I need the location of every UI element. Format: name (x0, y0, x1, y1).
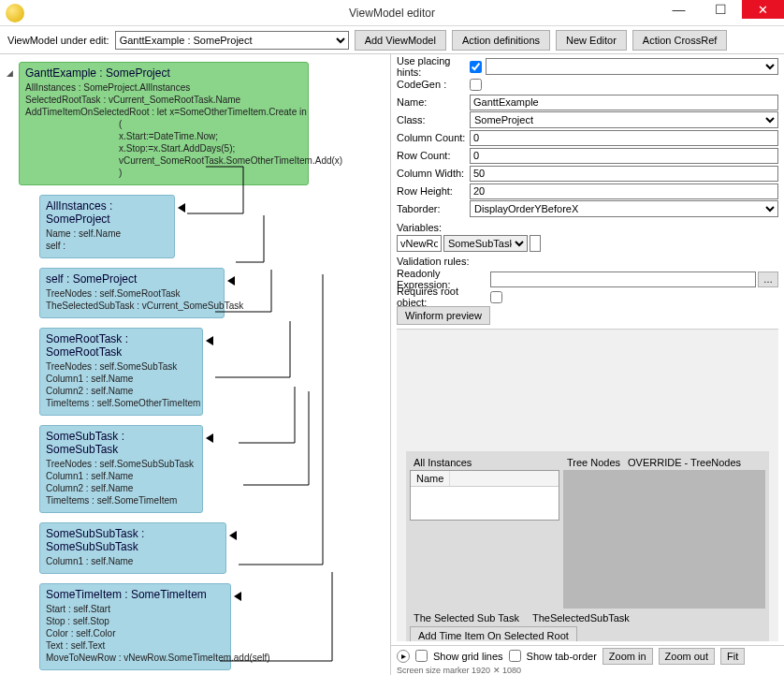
colwidth-input[interactable] (470, 166, 778, 182)
node-sometimeitem[interactable]: SomeTimeItem : SomeTimeItem Start : self… (39, 583, 231, 670)
show-taborder-checkbox[interactable] (509, 650, 521, 662)
screen-size-marker: Screen size marker 1920 ✕ 1080 (391, 666, 784, 675)
refresh-icon[interactable]: ▸ (397, 650, 410, 663)
requires-root-checkbox[interactable] (490, 291, 502, 303)
rowheight-input[interactable] (470, 183, 778, 199)
variable-add-slot[interactable] (530, 235, 541, 252)
node-allinstances[interactable]: AllInstances : SomeProject Name : self.N… (39, 195, 175, 258)
colcount-input[interactable] (470, 130, 778, 146)
variable-name-input[interactable] (397, 235, 442, 252)
node-title: GanttExample : SomeProject (25, 66, 302, 80)
allinstances-header: All Instances (410, 455, 559, 470)
name-input[interactable] (470, 95, 778, 110)
bottom-bar: ▸ Show grid lines Show tab-order Zoom in… (391, 645, 784, 666)
rowcount-input[interactable] (470, 148, 778, 164)
node-self[interactable]: self : SomeProject TreeNodes : self.Some… (39, 268, 225, 318)
fit-button[interactable]: Fit (720, 648, 745, 665)
allinstances-grid[interactable]: Name (410, 470, 559, 521)
add-time-root-button[interactable]: Add Time Item On Selected Root (410, 626, 577, 641)
variables-label: Variables: (391, 220, 784, 233)
arrow-icon (206, 433, 213, 443)
action-definitions-button[interactable]: Action definitions (452, 30, 550, 51)
app-icon (6, 4, 24, 22)
node-root[interactable]: ◢ GanttExample : SomeProject AllInstance… (19, 62, 309, 185)
treenodes-panel[interactable] (563, 470, 765, 609)
validation-label: Validation rules: (391, 254, 784, 267)
window-titlebar: ViewModel editor — ☐ ✕ (0, 0, 784, 26)
zoom-in-button[interactable]: Zoom in (603, 648, 653, 665)
add-viewmodel-button[interactable]: Add ViewModel (355, 30, 446, 51)
readonly-expression-input[interactable] (490, 271, 756, 287)
action-crossref-button[interactable]: Action CrossRef (632, 30, 727, 51)
placing-hints-label: Use placing hints: (397, 55, 470, 78)
arrow-icon (178, 203, 185, 213)
taborder-select[interactable]: DisplayOrderYBeforeX (470, 200, 778, 217)
viewmodel-select[interactable]: GanttExample : SomeProject (115, 31, 349, 50)
properties-pane: Use placing hints: CodeGen : Name: Class… (391, 54, 784, 675)
zoom-out-button[interactable]: Zoom out (659, 648, 715, 665)
variable-type-select[interactable]: SomeSubTask (443, 235, 528, 252)
expand-icon[interactable]: ◢ (7, 68, 13, 78)
codegen-checkbox[interactable] (470, 79, 482, 91)
show-grid-checkbox[interactable] (415, 650, 428, 662)
minimize-button[interactable]: — (658, 0, 700, 19)
treenodes-label: Tree Nodes (563, 455, 624, 470)
node-someroottask[interactable]: SomeRootTask : SomeRootTask TreeNodes : … (39, 328, 203, 416)
arrow-icon (227, 276, 235, 286)
winform-preview-button[interactable]: Winform preview (397, 306, 490, 325)
override-label: OVERRIDE - TreeNodes (624, 455, 745, 470)
arrow-icon (234, 592, 241, 601)
toolbar: ViewModel under edit: GanttExample : Som… (0, 26, 784, 54)
new-editor-button[interactable]: New Editor (556, 30, 627, 51)
arrow-icon (206, 336, 213, 345)
preview-area: All Instances Name Tree NodesOVERRIDE - … (397, 329, 778, 641)
node-somesubtask[interactable]: SomeSubTask : SomeSubTask TreeNodes : se… (39, 425, 203, 513)
class-select[interactable]: SomeProject (470, 111, 778, 128)
readonly-ellipsis-button[interactable]: … (758, 271, 778, 287)
codegen-label: CodeGen : (397, 79, 470, 90)
arrow-icon (229, 531, 237, 540)
placing-hints-select[interactable] (486, 58, 778, 75)
placing-hints-checkbox[interactable] (470, 61, 482, 73)
under-edit-label: ViewModel under edit: (7, 35, 109, 46)
close-button[interactable]: ✕ (742, 0, 784, 19)
diagram-pane[interactable]: ◢ GanttExample : SomeProject AllInstance… (0, 54, 391, 675)
window-title: ViewModel editor (349, 7, 435, 20)
node-somesubsubtask[interactable]: SomeSubSubTask : SomeSubSubTask Column1 … (39, 522, 226, 574)
maximize-button[interactable]: ☐ (700, 0, 742, 19)
